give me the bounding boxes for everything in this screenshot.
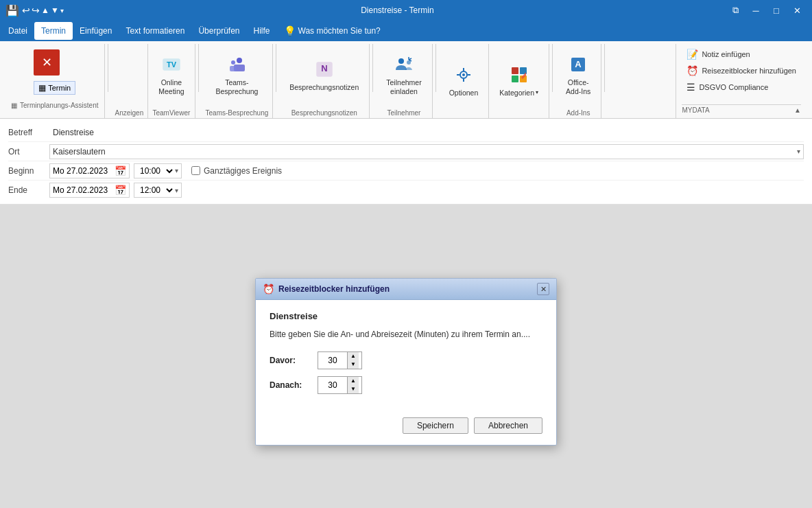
- reisezeitblocker-label: Reisezeitblocker hinzufügen: [702, 67, 796, 75]
- quick-access-dropdown[interactable]: ▾: [60, 7, 64, 14]
- menu-ideas[interactable]: 💡 Was möchten Sie tun?: [277, 22, 387, 40]
- title-bar: 💾 ↩ ↪ ▲ ▼ ▾ Dienstreise - Termin ⧉ ─ □ ✕: [0, 0, 812, 21]
- davor-decrement-button[interactable]: ▼: [348, 360, 359, 369]
- beginn-calendar-button[interactable]: 📅: [115, 165, 126, 176]
- davor-increment-button[interactable]: ▲: [348, 352, 359, 360]
- menu-hilfe[interactable]: Hilfe: [247, 22, 277, 40]
- danach-input[interactable]: [318, 379, 347, 391]
- office-addins-button[interactable]: A Office-Add-Ins: [560, 51, 597, 99]
- menu-datei[interactable]: Datei: [1, 22, 34, 40]
- modal-close-button[interactable]: ✕: [537, 283, 549, 295]
- reisezeitblocker-dialog: ⏰ Reisezeitblocker hinzufügen ✕ Dienstre…: [255, 278, 557, 446]
- terminplanung-icon: ▦: [11, 102, 17, 109]
- svg-point-4: [231, 60, 235, 65]
- beginn-time-select[interactable]: 10:00 10:30 11:00: [137, 165, 175, 176]
- modal-title-icon: ⏰: [263, 284, 274, 295]
- ende-time-wrapper: 12:00 12:30 13:00 ▾: [134, 183, 182, 198]
- terminplanung-label[interactable]: Terminplanungs-Assistent: [20, 102, 99, 109]
- betreff-input[interactable]: [50, 126, 803, 139]
- beginn-time-arrow: ▾: [175, 167, 178, 174]
- svg-rect-19: [512, 67, 518, 74]
- mydata-collapse-icon[interactable]: ▲: [794, 106, 801, 114]
- ribbon-group-teilnehmer: Teilnehmereinladen Teilnehmer: [376, 44, 432, 118]
- notiz-icon: 📝: [686, 49, 698, 60]
- ganztaegig-checkbox[interactable]: [191, 166, 200, 175]
- svg-text:TV: TV: [167, 60, 177, 69]
- kategorien-button[interactable]: Kategorien ▾: [493, 62, 545, 101]
- danach-increment-button[interactable]: ▲: [348, 377, 359, 385]
- optionen-button[interactable]: Optionen: [443, 62, 485, 101]
- discard-button[interactable]: ✕: [34, 49, 60, 76]
- ende-row: Ende 📅 12:00 12:30 13:00 ▾: [8, 181, 804, 200]
- danach-spinner-buttons: ▲ ▼: [347, 377, 359, 393]
- abbrechen-button[interactable]: Abbrechen: [474, 417, 542, 434]
- undo-icon[interactable]: ↩: [22, 5, 30, 16]
- location-dropdown-button[interactable]: ▾: [794, 145, 803, 158]
- divider-2: [198, 44, 199, 92]
- participants-icon: [394, 55, 414, 77]
- redo-icon[interactable]: ↪: [32, 5, 40, 16]
- ende-calendar-button[interactable]: 📅: [115, 185, 126, 196]
- menu-bar: Datei Termin Einfügen Text formatieren Ü…: [0, 21, 812, 41]
- svg-rect-5: [230, 66, 237, 71]
- menu-einfuegen[interactable]: Einfügen: [73, 22, 119, 40]
- close-button[interactable]: ✕: [787, 3, 807, 18]
- divider-3: [276, 44, 276, 92]
- besprechungsnotizen-buttons: N Besprechungsnotizen: [283, 44, 365, 107]
- online-meeting-label: OnlineMeeting: [158, 78, 184, 95]
- teams-meeting-button[interactable]: Teams-Besprechung: [209, 51, 264, 99]
- ribbon-group-kategorien: Kategorien ▾: [489, 44, 549, 118]
- maximize-button[interactable]: □: [767, 3, 786, 18]
- down-icon[interactable]: ▼: [51, 5, 59, 15]
- ribbon-group-anzeigen: Anzeigen: [111, 44, 149, 118]
- notiz-einfuegen-button[interactable]: 📝 Notiz einfügen: [682, 47, 801, 62]
- danach-label: Danach:: [270, 380, 318, 390]
- teamviewer-label: TeamViewer: [152, 107, 190, 118]
- menu-ueberpruefen[interactable]: Überprüfen: [191, 22, 246, 40]
- ende-time-select[interactable]: 12:00 12:30 13:00: [137, 185, 175, 196]
- beginn-date-input[interactable]: [53, 166, 115, 176]
- content-area: ⏰ Reisezeitblocker hinzufügen ✕ Dienstre…: [0, 205, 812, 508]
- davor-input[interactable]: [318, 354, 347, 367]
- minimize-button[interactable]: ─: [746, 3, 765, 18]
- modal-description: Bitte geben Sie die An- und Abreisezeit …: [270, 328, 542, 340]
- divider-6: [552, 44, 553, 92]
- termin-badge-label: Termin: [48, 84, 71, 92]
- form-area: Betreff Ort ▾ Beginn 📅 10:00 10:30 11:00: [0, 119, 812, 205]
- dsgvo-icon: ☰: [686, 82, 695, 93]
- reisezeitblocker-button[interactable]: ⏰ Reisezeitblocker hinzufügen: [682, 63, 801, 78]
- online-meeting-button[interactable]: TV OnlineMeeting: [152, 51, 190, 99]
- save-icon[interactable]: 💾: [5, 4, 19, 17]
- teilnehmer-group-label: Teilnehmer: [387, 107, 421, 118]
- termin-table-icon: ▦: [38, 83, 46, 93]
- ende-datetime: 📅 12:00 12:30 13:00 ▾: [49, 183, 182, 198]
- speichern-button[interactable]: Speichern: [403, 417, 468, 434]
- svg-rect-21: [512, 76, 518, 82]
- teams-buttons: Teams-Besprechung: [209, 44, 264, 107]
- danach-spinner: ▲ ▼: [318, 376, 362, 394]
- menu-text-formatieren[interactable]: Text formatieren: [119, 22, 191, 40]
- modal-footer: Speichern Abbrechen: [256, 412, 556, 445]
- office-addins-label: Office-Add-Ins: [566, 78, 590, 95]
- ort-input[interactable]: [50, 145, 794, 159]
- dsgvo-button[interactable]: ☰ DSGVO Compliance: [682, 80, 801, 95]
- divider-1: [108, 44, 108, 92]
- teamviewer-icon: TV: [162, 55, 181, 77]
- ganztaegig-label: Ganztägiges Ereignis: [204, 166, 282, 176]
- davor-row: Davor: ▲ ▼: [270, 351, 542, 369]
- teilnehmer-button[interactable]: Teilnehmereinladen: [380, 51, 427, 99]
- modal-title-text: Reisezeitblocker hinzufügen: [278, 284, 533, 294]
- up-icon[interactable]: ▲: [41, 5, 49, 15]
- ende-date-input[interactable]: [53, 185, 115, 195]
- restore-button[interactable]: ⧉: [726, 3, 745, 18]
- optionen-buttons: Optionen: [443, 44, 485, 118]
- modal-overlay: ⏰ Reisezeitblocker hinzufügen ✕ Dienstre…: [0, 205, 812, 508]
- addins-buttons: A Office-Add-Ins: [560, 44, 597, 107]
- termin-badge[interactable]: ▦ Termin: [34, 81, 75, 95]
- svg-point-9: [407, 60, 411, 65]
- ribbon-group-optionen: Optionen: [439, 44, 490, 118]
- menu-termin[interactable]: Termin: [34, 22, 73, 40]
- danach-decrement-button[interactable]: ▼: [348, 385, 359, 393]
- office-addins-icon: A: [569, 55, 588, 77]
- besprechungsnotizen-button[interactable]: N Besprechungsnotizen: [283, 56, 365, 95]
